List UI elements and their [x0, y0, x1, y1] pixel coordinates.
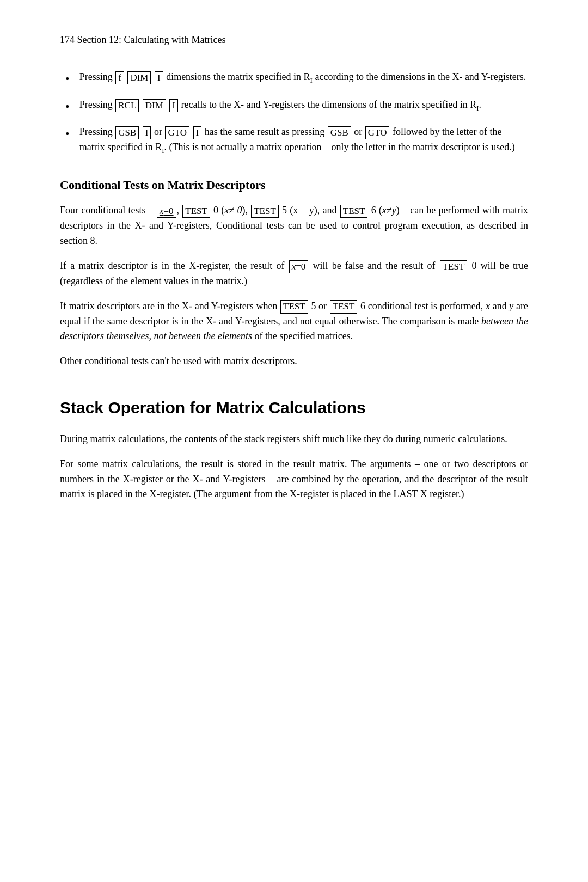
- text: or: [154, 126, 165, 137]
- list-item: • Pressing GSB I or GTO I has the same r…: [60, 125, 528, 156]
- text-italic: x≠ 0: [224, 205, 242, 216]
- text: or: [354, 126, 365, 137]
- list-item: • Pressing RCL DIM I recalls to the X- a…: [60, 97, 528, 115]
- key-test-3: TEST: [340, 205, 368, 218]
- key-gto: GTO: [165, 126, 189, 139]
- key-f: f: [115, 71, 124, 84]
- text: dimensions the matrix specified in RI ac…: [166, 71, 526, 82]
- key-gsb: GSB: [115, 126, 139, 139]
- key-test-1: TEST: [182, 205, 210, 218]
- text: Pressing: [79, 126, 115, 137]
- stack-heading: Stack Operation for Matrix Calculations: [60, 395, 528, 421]
- bullet-text-2: Pressing RCL DIM I recalls to the X- and…: [79, 97, 528, 114]
- conditional-paragraph-2: If a matrix descriptor is in the X-regis…: [60, 259, 528, 289]
- bullet-list: • Pressing f DIM I dimensions the matrix…: [60, 70, 528, 156]
- conditional-paragraph-4: Other conditional tests can't be used wi…: [60, 354, 528, 369]
- key-rcl: RCL: [115, 99, 139, 112]
- conditional-paragraph-1: Four conditional tests – x=0, TEST 0 (x≠…: [60, 203, 528, 249]
- bullet-dot: •: [65, 126, 70, 143]
- key-x0-2: x=0: [289, 260, 309, 273]
- key-test-2: TEST: [251, 205, 279, 218]
- page-header: 174 Section 12: Calculating with Matrice…: [60, 33, 528, 48]
- key-test-6: TEST: [330, 300, 358, 313]
- stack-paragraph-2: For some matrix calculations, the result…: [60, 457, 528, 503]
- bullet-dot: •: [65, 99, 70, 115]
- text: recalls to the X- and Y-registers the di…: [181, 99, 482, 110]
- key-i-4: I: [193, 126, 202, 139]
- key-x0-1: x=0: [157, 205, 176, 218]
- key-gsb-2: GSB: [328, 126, 351, 139]
- key-i-3: I: [143, 126, 151, 139]
- text-italic-2: x≠y: [382, 205, 396, 216]
- text: Pressing: [79, 71, 115, 82]
- key-i-2: I: [169, 99, 178, 112]
- key-dim-2: DIM: [143, 99, 166, 112]
- bullet-dot: •: [65, 71, 70, 88]
- italic-emphasis: between the descriptors themselves, not …: [60, 316, 528, 342]
- key-gto-2: GTO: [365, 126, 390, 139]
- key-test-5: TEST: [280, 300, 308, 313]
- key-dim: DIM: [127, 71, 151, 84]
- list-item: • Pressing f DIM I dimensions the matrix…: [60, 70, 528, 88]
- bullet-text-1: Pressing f DIM I dimensions the matrix s…: [79, 70, 528, 86]
- key-test-4: TEST: [440, 260, 468, 273]
- bullet-text-3: Pressing GSB I or GTO I has the same res…: [79, 125, 528, 156]
- conditional-heading: Conditional Tests on Matrix Descriptors: [60, 176, 528, 194]
- stack-paragraph-1: During matrix calculations, the contents…: [60, 432, 528, 447]
- text: Pressing: [79, 99, 115, 110]
- key-i-1: I: [155, 71, 163, 84]
- text: has the same result as pressing: [205, 126, 327, 137]
- conditional-paragraph-3: If matrix descriptors are in the X- and …: [60, 299, 528, 345]
